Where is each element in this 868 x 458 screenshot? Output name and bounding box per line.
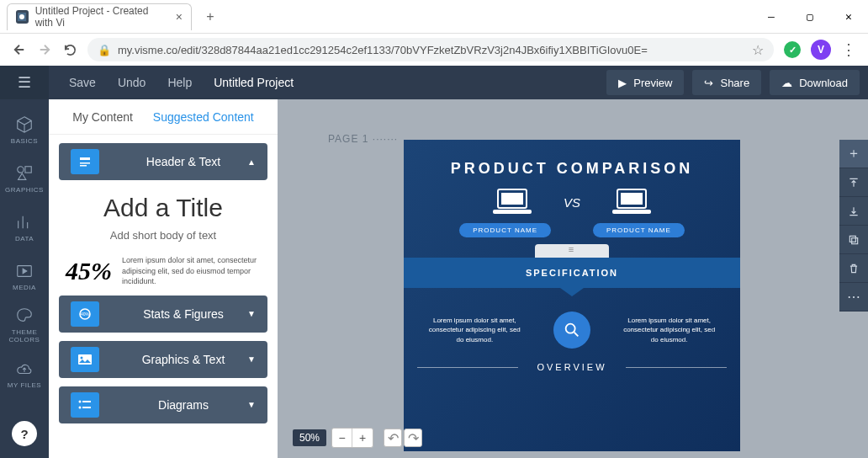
app-toolbar: ☰ Save Undo Help Untitled Project ▶Previ… (0, 66, 868, 99)
move-up-button[interactable] (839, 168, 868, 197)
tab-suggested-content[interactable]: Suggested Content (153, 110, 254, 124)
svg-rect-13 (82, 401, 91, 402)
window-controls: — ▢ ✕ (752, 0, 868, 34)
svg-point-12 (79, 400, 82, 402)
category-graphics-text[interactable]: Graphics & Text ▼ (59, 341, 267, 378)
lock-icon: 🔒 (98, 44, 111, 56)
zoom-out-button[interactable]: − (332, 429, 352, 447)
laptop-icon (491, 188, 533, 216)
redo-button[interactable]: ↷ (404, 429, 422, 447)
chevron-down-icon: ▼ (247, 309, 256, 318)
document-page[interactable]: PRODUCT COMPARISON VS PRODUCT NAME PRODU… (404, 140, 740, 451)
duplicate-button[interactable] (839, 226, 868, 254)
rail-graphics[interactable]: GRAPHICS (0, 157, 49, 200)
preview-subtitle: Add short body of text (66, 229, 261, 242)
play-icon: ▶ (618, 77, 627, 89)
add-page-button[interactable]: ＋ (839, 140, 868, 168)
magnify-icon (553, 312, 590, 349)
more-button[interactable]: ⋯ (839, 283, 868, 312)
svg-rect-24 (849, 236, 855, 242)
svg-rect-17 (501, 193, 523, 205)
address-field[interactable]: 🔒 my.visme.co/edit/328d87844aa21ed1cc291… (87, 38, 774, 61)
content-panel: My Content Suggested Content Header & Te… (49, 99, 278, 458)
page-label: PAGE 1 ······· (328, 133, 398, 145)
canvas[interactable]: PAGE 1 ······· PRODUCT COMPARISON VS PRO… (278, 99, 868, 458)
template-preview-stat[interactable]: 45% Lorem ipsum dolor sit amet, consecte… (59, 255, 267, 287)
maximize-button[interactable]: ▢ (791, 0, 829, 34)
chevron-up-icon: ▲ (247, 157, 256, 167)
extension-badge[interactable]: ✓ (784, 41, 801, 58)
page-tools: ＋ ⋯ (839, 140, 868, 312)
template-preview-title[interactable]: Add a Title Add short body of text (59, 189, 267, 247)
svg-rect-5 (80, 157, 90, 160)
svg-point-11 (81, 356, 83, 359)
move-down-button[interactable] (839, 197, 868, 226)
header-text-icon (71, 149, 99, 174)
stats-icon: 40% (71, 301, 99, 327)
chevron-down-icon: ▼ (247, 400, 256, 409)
minimize-button[interactable]: — (752, 0, 791, 34)
svg-point-22 (566, 324, 575, 333)
lorem-right: Lorem ipsum dolor sit amet, consectetur … (623, 316, 716, 344)
graphics-text-icon (71, 347, 99, 372)
close-tab-icon[interactable]: × (176, 10, 183, 24)
project-title[interactable]: Untitled Project (214, 76, 294, 89)
rail-theme-colors[interactable]: THEME COLORS (0, 303, 49, 347)
browser-menu-icon[interactable]: ⋮ (841, 40, 856, 59)
menu-undo[interactable]: Undo (118, 76, 146, 89)
svg-rect-10 (78, 354, 92, 365)
svg-rect-20 (621, 193, 643, 205)
diagrams-icon (71, 392, 99, 418)
chevron-down-icon: ▼ (247, 354, 256, 364)
favicon (16, 10, 29, 24)
specification-banner: SPECIFICATION (404, 258, 740, 288)
url-bar: 🔒 my.visme.co/edit/328d87844aa21ed1cc291… (0, 34, 868, 66)
browser-tabs-bar: Untitled Project - Created with Vi × + —… (0, 0, 868, 34)
rail-media[interactable]: MEDIA (0, 254, 49, 298)
share-icon: ↪ (704, 77, 713, 89)
svg-rect-3 (25, 166, 31, 172)
tab-my-content[interactable]: My Content (72, 110, 133, 124)
doc-title: PRODUCT COMPARISON (404, 140, 740, 178)
url-text: my.visme.co/edit/328d87844aa21ed1cc29125… (118, 44, 648, 56)
share-button[interactable]: ↪Share (692, 70, 761, 95)
product-b-name: PRODUCT NAME (593, 223, 685, 237)
menu-help[interactable]: Help (167, 76, 192, 89)
preview-button[interactable]: ▶Preview (606, 70, 684, 95)
forward-button[interactable] (37, 42, 52, 57)
product-a-name: PRODUCT NAME (459, 223, 551, 237)
svg-rect-7 (80, 165, 87, 167)
lorem-left: Lorem ipsum dolor sit amet, consectetur … (428, 316, 521, 344)
rail-data[interactable]: DATA (0, 205, 49, 249)
hamburger-menu[interactable]: ☰ (0, 66, 49, 99)
undo-button[interactable]: ↶ (384, 429, 402, 447)
new-tab-button[interactable]: + (198, 5, 222, 29)
zoom-controls: 50% − + ↶ ↷ (293, 428, 422, 448)
stat-percent: 45% (66, 257, 112, 285)
stat-text: Lorem ipsum dolor sit amet, consectetur … (122, 255, 261, 287)
download-button[interactable]: ☁Download (770, 70, 860, 95)
profile-avatar[interactable]: V (811, 40, 831, 60)
svg-rect-21 (612, 210, 651, 214)
back-button[interactable] (12, 42, 27, 57)
reload-button[interactable] (62, 42, 77, 57)
category-diagrams[interactable]: Diagrams ▼ (59, 386, 267, 423)
bookmark-icon[interactable]: ☆ (752, 42, 764, 58)
svg-text:40%: 40% (81, 312, 90, 317)
zoom-in-button[interactable]: + (352, 429, 373, 447)
svg-rect-15 (82, 407, 91, 408)
category-stats-figures[interactable]: 40% Stats & Figures ▼ (59, 296, 267, 333)
cloud-download-icon: ☁ (781, 77, 792, 89)
delete-button[interactable] (839, 254, 868, 283)
help-button[interactable]: ? (12, 421, 37, 446)
rail-my-files[interactable]: MY FILES (0, 352, 49, 396)
drag-handle-icon (535, 244, 609, 258)
preview-title: Add a Title (66, 194, 261, 222)
tab-title: Untitled Project - Created with Vi (35, 5, 169, 29)
close-window-button[interactable]: ✕ (829, 0, 868, 34)
browser-tab[interactable]: Untitled Project - Created with Vi × (7, 3, 192, 30)
zoom-level[interactable]: 50% (293, 429, 326, 446)
rail-basics[interactable]: BASICS (0, 108, 49, 152)
menu-save[interactable]: Save (69, 76, 96, 89)
category-header-text[interactable]: Header & Text ▲ (59, 143, 267, 180)
